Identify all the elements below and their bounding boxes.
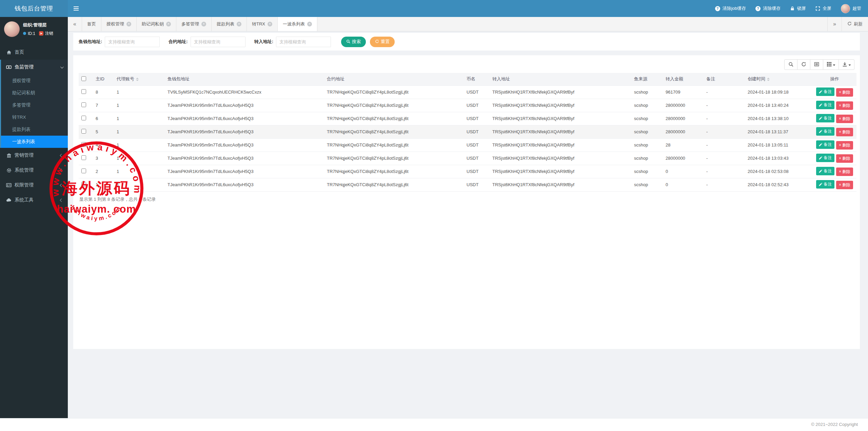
close-icon[interactable]: × (166, 22, 171, 26)
row-checkbox[interactable] (81, 169, 86, 173)
reset-button[interactable]: 重置 (370, 37, 395, 47)
navbar-action-label: 全屏 (823, 5, 831, 12)
header-col-created-time[interactable]: 创建时间 (745, 73, 813, 85)
delete-button[interactable]: ×删除 (836, 115, 853, 123)
tabs-scroll-left-button[interactable]: « (68, 17, 82, 31)
table-detail-view-button[interactable] (810, 59, 823, 70)
cell-coin: USDT (464, 125, 490, 138)
sidebar-subitem-auth-management[interactable]: 授权管理 (1, 75, 68, 87)
app-title[interactable]: 钱包后台管理 (0, 0, 68, 17)
remark-button[interactable]: 备注 (816, 180, 834, 189)
sidebar-toggle-button[interactable] (68, 0, 84, 17)
lock-screen-button[interactable]: 锁屏 (785, 0, 811, 17)
delete-button[interactable]: ×删除 (836, 181, 853, 189)
cell-agent: 1 (114, 138, 165, 152)
remark-button[interactable]: 备注 (816, 167, 834, 175)
row-checkbox[interactable] (81, 89, 86, 94)
cell-created-time: 2024-01-18 13:40:24 (745, 99, 813, 112)
sidebar-subitem-one-wave-kill-list[interactable]: 一波杀列表 (1, 136, 68, 148)
remark-button[interactable]: 备注 (816, 140, 834, 149)
table-columns-button[interactable] (823, 59, 839, 70)
contract-address-input[interactable] (191, 37, 245, 47)
delete-button[interactable]: ×删除 (836, 88, 853, 97)
avatar (4, 21, 20, 37)
sort-icon[interactable] (767, 78, 770, 81)
tab-mnemonic-private-key[interactable]: 助记词私钥× (137, 17, 176, 31)
search-button[interactable]: 搜索 (341, 37, 366, 47)
tab-transfer-trx[interactable]: 转TRX× (247, 17, 278, 31)
logout-button[interactable]: 注销 (45, 31, 53, 36)
sidebar-subitem-mnemonic-private-key[interactable]: 助记词私钥 (1, 87, 68, 99)
tab-refresh-button[interactable]: 刷新 (842, 17, 868, 31)
x-icon: × (839, 103, 841, 108)
cell-amount: 28000000 (663, 125, 704, 138)
sidebar-item-fish-fry-management[interactable]: 鱼苗管理 (0, 60, 68, 75)
remark-button[interactable]: 备注 (816, 127, 834, 136)
remark-button[interactable]: 备注 (816, 154, 834, 162)
sidebar-item-system-management[interactable]: 系统管理 (0, 163, 68, 178)
wallet-address-input[interactable] (105, 37, 160, 47)
sidebar-item-marketing-management[interactable]: 营销管理 (0, 148, 68, 163)
row-checkbox[interactable] (81, 182, 86, 187)
row-checkbox[interactable] (81, 155, 86, 160)
x-icon: × (839, 182, 841, 187)
clear-cache-button[interactable]: ?清除缓存 (751, 0, 785, 17)
sort-icon[interactable] (136, 78, 139, 81)
close-icon[interactable]: × (126, 22, 131, 26)
remark-button[interactable]: 备注 (816, 101, 834, 109)
delete-button[interactable]: ×删除 (836, 141, 853, 150)
table-row: 71TJeamPKhR1Kr95m9n7TdL6uxcAofjvH5Q3TR7N… (79, 99, 856, 112)
user-menu[interactable]: 超管 (836, 0, 866, 17)
to-address-input[interactable] (276, 37, 331, 47)
delete-button[interactable]: ×删除 (836, 128, 853, 136)
cell-created-time: 2024-01-18 13:38:10 (745, 112, 813, 125)
row-checkbox[interactable] (81, 142, 86, 147)
delete-button[interactable]: ×删除 (836, 168, 853, 176)
clear-job-cache-button[interactable]: ?清除job缓存 (710, 0, 751, 17)
chevron-left-icon (60, 154, 63, 157)
tabs-scroll-right-button[interactable]: » (827, 17, 842, 31)
sidebar-subitem-withdrawal-list[interactable]: 提款列表 (1, 123, 68, 136)
close-icon[interactable]: × (268, 22, 272, 26)
close-icon[interactable]: × (237, 22, 241, 26)
remark-button[interactable]: 备注 (816, 114, 834, 122)
sidebar-item-system-tools[interactable]: 系统工具 (0, 193, 68, 208)
table-card: 主ID代理账号鱼钱包地址合约地址币名转入地址鱼来源转入金额备注创建时间操作 81… (73, 55, 860, 349)
cell-id: 1 (93, 178, 114, 191)
close-icon[interactable]: × (201, 22, 206, 26)
delete-button[interactable]: ×删除 (836, 154, 853, 163)
row-checkbox[interactable] (81, 116, 86, 120)
table-search-button[interactable] (784, 59, 797, 70)
sidebar-subitem-multisig-management[interactable]: 多签管理 (1, 99, 68, 111)
table-body: 81TV9LSyMSFKQ1c7NCqxohUECRHCK5wcCxzxTR7N… (79, 85, 856, 191)
tab-home[interactable]: 首页 (82, 17, 101, 31)
chevron-left-icon (60, 169, 63, 172)
header-col-agent[interactable]: 代理账号 (114, 73, 165, 85)
delete-button[interactable]: ×删除 (836, 101, 853, 110)
row-checkbox[interactable] (81, 129, 86, 134)
sidebar-subitem-transfer-trx[interactable]: 转TRX (1, 111, 68, 123)
cell-id: 6 (93, 112, 114, 125)
cell-amount: 28 (663, 138, 704, 152)
sidebar-item-home[interactable]: 首页 (0, 45, 68, 60)
tab-one-wave-kill-list[interactable]: 一波杀列表× (278, 17, 317, 31)
cell-remark: - (704, 178, 745, 191)
navbar-action-label: 锁屏 (797, 5, 806, 12)
table-export-button[interactable] (839, 59, 854, 70)
sidebar-item-permission-management[interactable]: 权限管理 (0, 178, 68, 193)
tab-withdrawal-list[interactable]: 提款列表× (212, 17, 247, 31)
cell-coin: USDT (464, 138, 490, 152)
tab-multisig-management[interactable]: 多签管理× (176, 17, 212, 31)
cell-agent: 1 (114, 99, 165, 112)
header-label: 代理账号 (117, 76, 134, 81)
row-checkbox[interactable] (81, 102, 86, 107)
cell-amount: 0 (663, 178, 704, 191)
header-col-coin: 币名 (464, 73, 490, 85)
select-all-checkbox[interactable] (81, 76, 86, 81)
fullscreen-button[interactable]: 全屏 (811, 0, 836, 17)
x-icon: × (839, 169, 841, 174)
table-refresh-button[interactable] (797, 59, 810, 70)
close-icon[interactable]: × (307, 22, 312, 26)
remark-button[interactable]: 备注 (816, 87, 834, 96)
tab-auth-management[interactable]: 授权管理× (101, 17, 137, 31)
